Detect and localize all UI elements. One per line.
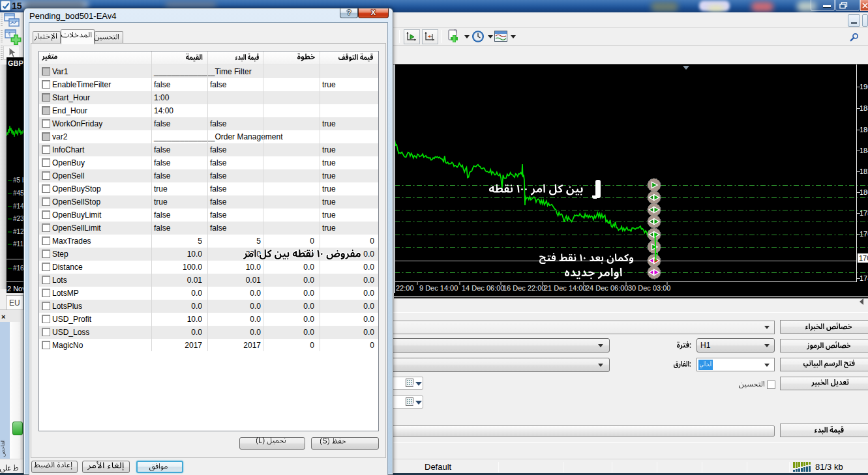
svg-text:186.00: 186.00 (860, 126, 868, 134)
svg-text:#45b: #45b (13, 190, 23, 197)
svg-text:184.00: 184.00 (860, 147, 868, 154)
svg-text:14 Dec 06:00: 14 Dec 06:00 (462, 284, 504, 292)
svg-text:174.00: 174.00 (860, 274, 868, 282)
svg-text:190.00: 190.00 (860, 83, 868, 91)
svg-text:170.9: 170.9 (859, 254, 868, 262)
svg-text:#23b: #23b (13, 215, 23, 222)
svg-text:188.00: 188.00 (860, 104, 868, 112)
svg-text:24 Dec 06:00: 24 Dec 06:00 (586, 284, 628, 292)
svg-text:178.00: 178.00 (860, 209, 868, 217)
svg-text:#11: #11 (13, 240, 23, 248)
svg-text:#14b: #14b (13, 203, 23, 210)
svg-text:22:00: 22:00 (396, 284, 414, 292)
svg-text:9 Dec 14:00: 9 Dec 14:00 (419, 284, 458, 292)
svg-text:#5 b: #5 b (13, 177, 23, 184)
svg-text:21 Dec 14:00: 21 Dec 14:00 (544, 284, 586, 292)
svg-text:176.00: 176.00 (860, 230, 868, 238)
svg-text:180.00: 180.00 (860, 188, 868, 196)
svg-text:#12b: #12b (13, 228, 23, 235)
svg-text:182.00: 182.00 (860, 167, 868, 175)
svg-text:16 Dec 22:00: 16 Dec 22:00 (503, 284, 545, 292)
svg-text:2 Nov: 2 Nov (7, 285, 23, 293)
svg-text:#16s: #16s (13, 265, 23, 272)
svg-text:30 Dec 03:00: 30 Dec 03:00 (628, 284, 670, 292)
